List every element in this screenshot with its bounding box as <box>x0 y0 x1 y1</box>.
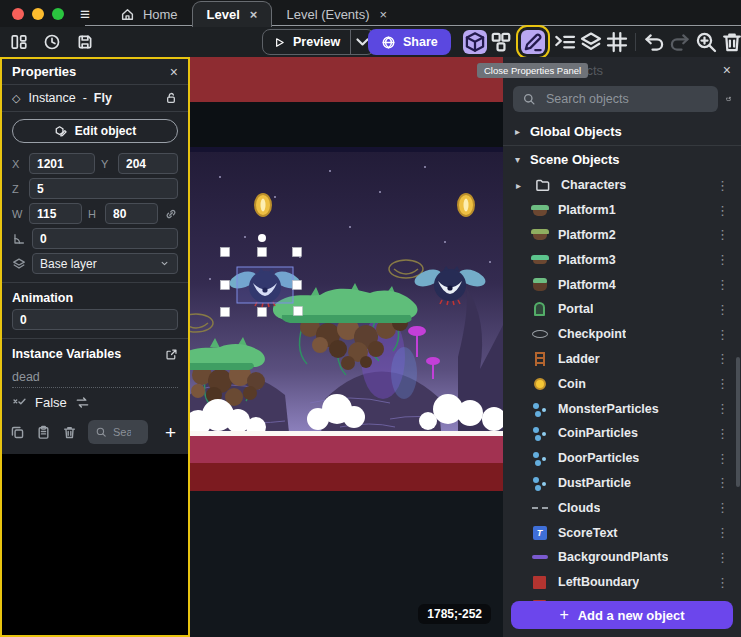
layers-small-icon <box>12 257 26 271</box>
hamburger-menu-icon[interactable]: ≡ <box>80 6 90 23</box>
pen-icon[interactable] <box>521 30 545 54</box>
rotation-handle[interactable] <box>258 234 266 242</box>
undo-icon[interactable] <box>642 30 666 54</box>
width-input[interactable] <box>29 203 82 224</box>
object-list-item-scoretext[interactable]: TScoreText⋮ <box>503 520 741 545</box>
row-menu-icon[interactable]: ⋮ <box>712 575 733 590</box>
row-menu-icon[interactable]: ⋮ <box>712 525 733 540</box>
row-menu-icon[interactable]: ⋮ <box>712 451 733 466</box>
object-list-item-platform3[interactable]: Platform3⋮ <box>503 247 741 272</box>
instance-list-icon[interactable] <box>553 30 577 54</box>
object-list-item-monsterparticles[interactable]: MonsterParticles⋮ <box>503 396 741 421</box>
object-list-item-characters[interactable]: ▸Characters⋮ <box>503 173 741 198</box>
row-menu-icon[interactable]: ⋮ <box>712 500 733 515</box>
scene-canvas[interactable]: 1785;-252 <box>190 57 503 637</box>
trash-icon[interactable] <box>720 30 741 54</box>
row-menu-icon[interactable]: ⋮ <box>712 475 733 490</box>
tab-bar: ≡ Home Level × Level (Events) × <box>0 0 741 27</box>
object-list-item-backgroundplants[interactable]: BackgroundPlants⋮ <box>503 545 741 570</box>
object-list-item-ladder[interactable]: Ladder⋮ <box>503 347 741 372</box>
row-menu-icon[interactable]: ⋮ <box>712 327 733 342</box>
variables-search-input[interactable] <box>111 425 133 439</box>
add-folder-icon[interactable] <box>726 89 731 109</box>
row-menu-icon[interactable]: ⋮ <box>712 227 733 242</box>
close-icon[interactable]: × <box>170 65 178 79</box>
tab-level[interactable]: Level × <box>192 1 273 27</box>
row-menu-icon[interactable]: ⋮ <box>712 203 733 218</box>
group-scene-objects[interactable]: ▾ Scene Objects <box>503 146 741 173</box>
grid-icon[interactable] <box>605 30 629 54</box>
aspect-ratio-link-icon[interactable] <box>164 207 178 221</box>
row-menu-icon[interactable]: ⋮ <box>712 401 733 416</box>
close-button[interactable] <box>12 8 24 20</box>
share-button[interactable]: Share <box>368 29 451 55</box>
angle-input[interactable] <box>32 228 178 249</box>
preview-button[interactable]: Preview <box>262 29 375 55</box>
copy-icon[interactable] <box>10 425 25 440</box>
instances-group-icon[interactable] <box>489 30 513 54</box>
layers-icon[interactable] <box>579 30 603 54</box>
layer-select[interactable]: Base layer <box>32 253 178 274</box>
panel-empty-area <box>2 454 188 635</box>
ladder-thumbnail-icon <box>530 351 549 367</box>
edit-object-button[interactable]: Edit object <box>12 119 178 143</box>
variables-search[interactable] <box>88 420 148 444</box>
row-menu-icon[interactable]: ⋮ <box>712 302 733 317</box>
minimize-button[interactable] <box>32 8 44 20</box>
object-list-item-clouds[interactable]: Clouds⋮ <box>503 495 741 520</box>
paste-icon[interactable] <box>36 425 51 440</box>
tab-level-events[interactable]: Level (Events) × <box>272 1 401 27</box>
object-list-item-coinparticles[interactable]: CoinParticles⋮ <box>503 421 741 446</box>
variable-name[interactable]: dead <box>12 370 178 388</box>
history-icon[interactable] <box>43 33 61 51</box>
object-list-item-coin[interactable]: Coin⋮ <box>503 371 741 396</box>
top-boundary-sprite[interactable] <box>190 57 503 102</box>
swap-value-icon[interactable] <box>75 395 90 410</box>
coin-sprite[interactable] <box>458 194 474 216</box>
z-input[interactable] <box>29 178 178 199</box>
redo-icon[interactable] <box>668 30 692 54</box>
add-new-object-button[interactable]: + Add a new object <box>511 601 733 629</box>
row-menu-icon[interactable]: ⋮ <box>712 252 733 267</box>
objects-search[interactable] <box>513 86 718 112</box>
tab-close-icon[interactable]: × <box>250 7 258 22</box>
object-list-item-platform4[interactable]: Platform4⋮ <box>503 272 741 297</box>
caret-right-icon[interactable]: ▸ <box>516 180 524 191</box>
delete-variable-icon[interactable] <box>62 425 77 440</box>
external-link-icon[interactable] <box>165 348 178 361</box>
object-list-item-platform1[interactable]: Platform1⋮ <box>503 198 741 223</box>
variable-value[interactable]: False <box>35 395 67 410</box>
object-list-item-platform2[interactable]: Platform2⋮ <box>503 223 741 248</box>
tab-home[interactable]: Home <box>106 1 192 27</box>
height-input[interactable] <box>105 203 158 224</box>
row-menu-icon[interactable]: ⋮ <box>712 277 733 292</box>
object-list-item-portal[interactable]: Portal⋮ <box>503 297 741 322</box>
y-input[interactable] <box>118 153 178 174</box>
row-menu-icon[interactable]: ⋮ <box>712 550 733 565</box>
bottom-boundary-sprite[interactable] <box>190 436 503 463</box>
objects-search-input[interactable] <box>544 91 709 107</box>
row-menu-icon[interactable]: ⋮ <box>712 426 733 441</box>
lock-open-icon[interactable] <box>164 91 178 105</box>
close-icon[interactable]: × <box>723 62 731 78</box>
coin-sprite[interactable] <box>255 194 271 216</box>
group-global-objects[interactable]: ▸ Global Objects <box>503 118 741 145</box>
row-menu-icon[interactable]: ⋮ <box>712 376 733 391</box>
object-list-item-doorparticles[interactable]: DoorParticles⋮ <box>503 446 741 471</box>
row-menu-icon[interactable]: ⋮ <box>712 178 733 193</box>
object-list-item-leftboundary[interactable]: LeftBoundary⋮ <box>503 570 741 595</box>
folder-icon <box>533 177 552 193</box>
panel-layout-icon[interactable] <box>10 33 28 51</box>
save-icon[interactable] <box>76 33 94 51</box>
add-variable-button[interactable]: + <box>165 423 180 442</box>
scrollbar-thumb[interactable] <box>736 357 740 487</box>
row-menu-icon[interactable]: ⋮ <box>712 351 733 366</box>
x-input[interactable] <box>29 153 95 174</box>
object-list-item-checkpoint[interactable]: Checkpoint⋮ <box>503 322 741 347</box>
object-list-item-dustparticle[interactable]: DustParticle⋮ <box>503 471 741 496</box>
zoom-in-icon[interactable] <box>694 30 718 54</box>
animation-input[interactable] <box>12 309 178 330</box>
tab-close-icon[interactable]: × <box>380 7 388 22</box>
3d-cube-icon[interactable] <box>463 30 487 54</box>
maximize-button[interactable] <box>52 8 64 20</box>
